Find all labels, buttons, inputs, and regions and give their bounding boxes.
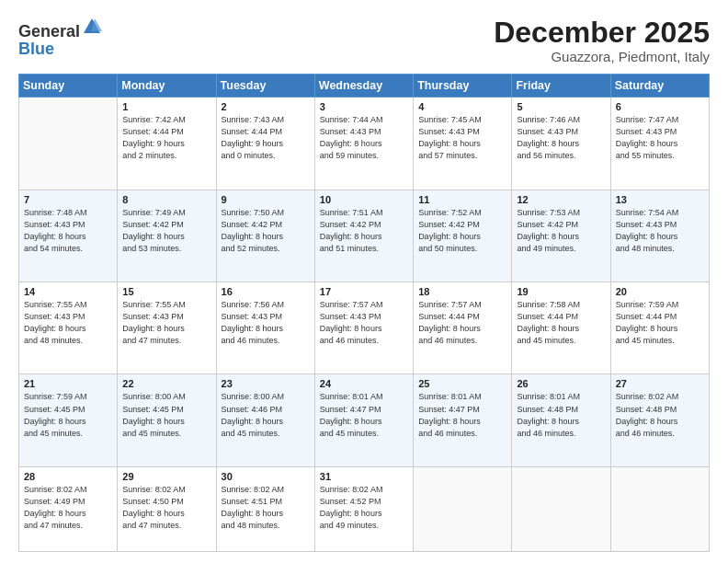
calendar-cell: 25Sunrise: 8:01 AMSunset: 4:47 PMDayligh… <box>414 374 512 466</box>
calendar-cell: 14Sunrise: 7:55 AMSunset: 4:43 PMDayligh… <box>19 282 118 374</box>
day-number: 29 <box>122 471 210 482</box>
day-info: Sunrise: 7:46 AMSunset: 4:43 PMDaylight:… <box>517 114 605 162</box>
calendar-cell: 11Sunrise: 7:52 AMSunset: 4:42 PMDayligh… <box>414 190 512 282</box>
calendar-cell: 18Sunrise: 7:57 AMSunset: 4:44 PMDayligh… <box>414 282 512 374</box>
weekday-header-tuesday: Tuesday <box>216 75 314 98</box>
day-info: Sunrise: 7:42 AMSunset: 4:44 PMDaylight:… <box>122 114 210 162</box>
calendar-cell: 29Sunrise: 8:02 AMSunset: 4:50 PMDayligh… <box>118 466 216 551</box>
day-number: 2 <box>222 101 310 112</box>
calendar-cell: 10Sunrise: 7:51 AMSunset: 4:42 PMDayligh… <box>314 190 413 282</box>
day-info: Sunrise: 8:02 AMSunset: 4:50 PMDaylight:… <box>122 484 210 532</box>
day-info: Sunrise: 8:01 AMSunset: 4:48 PMDaylight:… <box>517 391 605 439</box>
calendar-cell <box>610 466 709 551</box>
day-number: 25 <box>418 378 506 389</box>
calendar-cell: 5Sunrise: 7:46 AMSunset: 4:43 PMDaylight… <box>512 98 610 190</box>
calendar-cell: 22Sunrise: 8:00 AMSunset: 4:45 PMDayligh… <box>118 374 216 466</box>
day-info: Sunrise: 7:56 AMSunset: 4:43 PMDaylight:… <box>222 299 310 347</box>
day-info: Sunrise: 7:43 AMSunset: 4:44 PMDaylight:… <box>222 114 310 162</box>
day-number: 8 <box>122 194 210 205</box>
day-number: 14 <box>24 286 112 297</box>
calendar-cell: 13Sunrise: 7:54 AMSunset: 4:43 PMDayligh… <box>610 190 709 282</box>
day-number: 27 <box>616 378 704 389</box>
day-number: 1 <box>122 101 210 112</box>
day-info: Sunrise: 7:49 AMSunset: 4:42 PMDaylight:… <box>122 207 210 255</box>
day-number: 6 <box>616 101 704 112</box>
weekday-header-friday: Friday <box>512 75 610 98</box>
calendar-cell: 20Sunrise: 7:59 AMSunset: 4:44 PMDayligh… <box>610 282 709 374</box>
title-block: December 2025 Guazzora, Piedmont, Italy <box>494 17 710 64</box>
day-number: 30 <box>222 471 310 482</box>
weekday-header-thursday: Thursday <box>414 75 512 98</box>
calendar-cell: 3Sunrise: 7:44 AMSunset: 4:43 PMDaylight… <box>314 98 413 190</box>
day-number: 5 <box>517 101 605 112</box>
weekday-header-sunday: Sunday <box>19 75 118 98</box>
logo-general: General <box>18 22 80 40</box>
calendar-cell: 28Sunrise: 8:02 AMSunset: 4:49 PMDayligh… <box>19 466 118 551</box>
day-number: 20 <box>616 286 704 297</box>
day-info: Sunrise: 8:02 AMSunset: 4:51 PMDaylight:… <box>222 484 310 532</box>
day-info: Sunrise: 7:55 AMSunset: 4:43 PMDaylight:… <box>24 299 112 347</box>
calendar-cell: 23Sunrise: 8:00 AMSunset: 4:46 PMDayligh… <box>216 374 314 466</box>
day-number: 16 <box>222 286 310 297</box>
day-info: Sunrise: 7:58 AMSunset: 4:44 PMDaylight:… <box>517 299 605 347</box>
day-info: Sunrise: 8:01 AMSunset: 4:47 PMDaylight:… <box>320 391 408 439</box>
day-info: Sunrise: 7:51 AMSunset: 4:42 PMDaylight:… <box>320 207 408 255</box>
day-number: 31 <box>320 471 408 482</box>
calendar-cell: 9Sunrise: 7:50 AMSunset: 4:42 PMDaylight… <box>216 190 314 282</box>
day-number: 26 <box>517 378 605 389</box>
day-number: 17 <box>320 286 408 297</box>
calendar-cell <box>19 98 118 190</box>
day-info: Sunrise: 8:02 AMSunset: 4:48 PMDaylight:… <box>616 391 704 439</box>
calendar-cell: 27Sunrise: 8:02 AMSunset: 4:48 PMDayligh… <box>610 374 709 466</box>
day-info: Sunrise: 7:55 AMSunset: 4:43 PMDaylight:… <box>122 299 210 347</box>
main-title: December 2025 <box>494 17 710 49</box>
calendar-cell: 2Sunrise: 7:43 AMSunset: 4:44 PMDaylight… <box>216 98 314 190</box>
day-number: 19 <box>517 286 605 297</box>
calendar-cell: 4Sunrise: 7:45 AMSunset: 4:43 PMDaylight… <box>414 98 512 190</box>
calendar-cell: 15Sunrise: 7:55 AMSunset: 4:43 PMDayligh… <box>118 282 216 374</box>
header: General Blue December 2025 Guazzora, Pie… <box>18 17 710 64</box>
calendar-cell: 19Sunrise: 7:58 AMSunset: 4:44 PMDayligh… <box>512 282 610 374</box>
day-number: 13 <box>616 194 704 205</box>
calendar-cell: 1Sunrise: 7:42 AMSunset: 4:44 PMDaylight… <box>118 98 216 190</box>
calendar-cell <box>414 466 512 551</box>
day-number: 3 <box>320 101 408 112</box>
day-info: Sunrise: 7:57 AMSunset: 4:44 PMDaylight:… <box>418 299 506 347</box>
day-number: 21 <box>24 378 112 389</box>
subtitle: Guazzora, Piedmont, Italy <box>494 49 710 64</box>
calendar-cell: 24Sunrise: 8:01 AMSunset: 4:47 PMDayligh… <box>314 374 413 466</box>
day-number: 9 <box>222 194 310 205</box>
calendar-cell: 21Sunrise: 7:59 AMSunset: 4:45 PMDayligh… <box>19 374 118 466</box>
logo-icon <box>82 17 102 37</box>
day-info: Sunrise: 7:59 AMSunset: 4:44 PMDaylight:… <box>616 299 704 347</box>
weekday-header-saturday: Saturday <box>610 75 709 98</box>
day-number: 7 <box>24 194 112 205</box>
logo-blue: Blue <box>18 40 54 58</box>
day-info: Sunrise: 7:54 AMSunset: 4:43 PMDaylight:… <box>616 207 704 255</box>
day-number: 4 <box>418 101 506 112</box>
day-info: Sunrise: 7:52 AMSunset: 4:42 PMDaylight:… <box>418 207 506 255</box>
day-info: Sunrise: 8:02 AMSunset: 4:49 PMDaylight:… <box>24 484 112 532</box>
day-info: Sunrise: 7:59 AMSunset: 4:45 PMDaylight:… <box>24 391 112 439</box>
day-info: Sunrise: 7:47 AMSunset: 4:43 PMDaylight:… <box>616 114 704 162</box>
logo: General Blue <box>18 17 102 58</box>
day-number: 24 <box>320 378 408 389</box>
day-info: Sunrise: 8:00 AMSunset: 4:46 PMDaylight:… <box>222 391 310 439</box>
day-number: 12 <box>517 194 605 205</box>
calendar-cell <box>512 466 610 551</box>
day-info: Sunrise: 8:00 AMSunset: 4:45 PMDaylight:… <box>122 391 210 439</box>
weekday-header-monday: Monday <box>118 75 216 98</box>
calendar-cell: 12Sunrise: 7:53 AMSunset: 4:42 PMDayligh… <box>512 190 610 282</box>
day-number: 10 <box>320 194 408 205</box>
calendar-cell: 17Sunrise: 7:57 AMSunset: 4:43 PMDayligh… <box>314 282 413 374</box>
calendar-cell: 31Sunrise: 8:02 AMSunset: 4:52 PMDayligh… <box>314 466 413 551</box>
day-info: Sunrise: 7:44 AMSunset: 4:43 PMDaylight:… <box>320 114 408 162</box>
day-info: Sunrise: 7:50 AMSunset: 4:42 PMDaylight:… <box>222 207 310 255</box>
day-info: Sunrise: 7:48 AMSunset: 4:43 PMDaylight:… <box>24 207 112 255</box>
calendar-cell: 16Sunrise: 7:56 AMSunset: 4:43 PMDayligh… <box>216 282 314 374</box>
day-info: Sunrise: 8:02 AMSunset: 4:52 PMDaylight:… <box>320 484 408 532</box>
day-info: Sunrise: 8:01 AMSunset: 4:47 PMDaylight:… <box>418 391 506 439</box>
day-info: Sunrise: 7:45 AMSunset: 4:43 PMDaylight:… <box>418 114 506 162</box>
day-number: 15 <box>122 286 210 297</box>
calendar-table: SundayMondayTuesdayWednesdayThursdayFrid… <box>18 74 710 552</box>
